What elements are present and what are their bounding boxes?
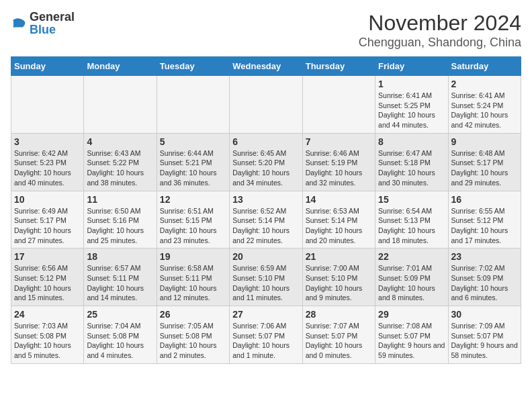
day-number: 19 (160, 251, 226, 262)
day-info: Sunrise: 6:58 AM Sunset: 5:11 PM Dayligh… (160, 263, 226, 303)
day-cell: 16Sunrise: 6:55 AM Sunset: 5:12 PM Dayli… (448, 191, 521, 248)
day-info: Sunrise: 6:42 AM Sunset: 5:23 PM Dayligh… (14, 148, 81, 188)
day-number: 5 (160, 136, 226, 147)
day-number: 30 (451, 309, 518, 320)
day-cell: 2Sunrise: 6:41 AM Sunset: 5:24 PM Daylig… (448, 76, 521, 134)
weekday-sunday: Sunday (11, 57, 84, 76)
day-info: Sunrise: 6:57 AM Sunset: 5:11 PM Dayligh… (87, 263, 153, 303)
day-cell: 11Sunrise: 6:50 AM Sunset: 5:16 PM Dayli… (84, 191, 157, 248)
weekday-saturday: Saturday (448, 57, 521, 76)
day-number: 8 (378, 136, 445, 147)
day-cell: 4Sunrise: 6:43 AM Sunset: 5:22 PM Daylig… (84, 133, 157, 191)
day-number: 18 (87, 251, 153, 262)
day-cell: 6Sunrise: 6:45 AM Sunset: 5:20 PM Daylig… (230, 133, 302, 191)
day-number: 16 (451, 194, 518, 205)
day-info: Sunrise: 6:46 AM Sunset: 5:19 PM Dayligh… (306, 148, 372, 188)
day-number: 14 (306, 194, 372, 205)
day-cell: 18Sunrise: 6:57 AM Sunset: 5:11 PM Dayli… (84, 248, 157, 306)
day-info: Sunrise: 7:07 AM Sunset: 5:07 PM Dayligh… (306, 321, 372, 361)
weekday-row: Sunday Monday Tuesday Wednesday Thursday… (11, 57, 521, 76)
day-info: Sunrise: 6:44 AM Sunset: 5:21 PM Dayligh… (160, 148, 226, 188)
day-cell: 26Sunrise: 7:05 AM Sunset: 5:08 PM Dayli… (157, 306, 229, 364)
day-info: Sunrise: 6:54 AM Sunset: 5:13 PM Dayligh… (378, 206, 445, 246)
week-row-3: 17Sunrise: 6:56 AM Sunset: 5:12 PM Dayli… (11, 248, 521, 306)
day-cell (302, 76, 375, 134)
week-row-4: 24Sunrise: 7:03 AM Sunset: 5:08 PM Dayli… (11, 306, 521, 364)
day-number: 6 (232, 136, 299, 147)
day-number: 23 (451, 251, 518, 262)
day-info: Sunrise: 6:59 AM Sunset: 5:10 PM Dayligh… (232, 263, 299, 303)
location-title: Chengguan, Shandong, China (359, 36, 521, 50)
week-row-1: 3Sunrise: 6:42 AM Sunset: 5:23 PM Daylig… (11, 133, 521, 191)
weekday-friday: Friday (375, 57, 448, 76)
week-row-2: 10Sunrise: 6:49 AM Sunset: 5:17 PM Dayli… (11, 191, 521, 248)
day-cell (11, 76, 84, 134)
day-cell: 13Sunrise: 6:52 AM Sunset: 5:14 PM Dayli… (230, 191, 302, 248)
day-number: 7 (306, 136, 372, 147)
calendar-header: Sunday Monday Tuesday Wednesday Thursday… (11, 57, 521, 76)
day-info: Sunrise: 6:52 AM Sunset: 5:14 PM Dayligh… (232, 206, 299, 246)
weekday-monday: Monday (84, 57, 157, 76)
day-info: Sunrise: 6:51 AM Sunset: 5:15 PM Dayligh… (160, 206, 226, 246)
day-cell: 5Sunrise: 6:44 AM Sunset: 5:21 PM Daylig… (157, 133, 229, 191)
day-number: 2 (451, 79, 518, 89)
day-cell: 29Sunrise: 7:08 AM Sunset: 5:07 PM Dayli… (375, 306, 448, 364)
weekday-tuesday: Tuesday (157, 57, 229, 76)
day-number: 13 (232, 194, 299, 205)
day-cell: 17Sunrise: 6:56 AM Sunset: 5:12 PM Dayli… (11, 248, 84, 306)
day-cell: 7Sunrise: 6:46 AM Sunset: 5:19 PM Daylig… (302, 133, 375, 191)
day-cell: 28Sunrise: 7:07 AM Sunset: 5:07 PM Dayli… (302, 306, 375, 364)
week-row-0: 1Sunrise: 6:41 AM Sunset: 5:25 PM Daylig… (11, 76, 521, 134)
day-cell: 23Sunrise: 7:02 AM Sunset: 5:09 PM Dayli… (448, 248, 521, 306)
day-cell: 3Sunrise: 6:42 AM Sunset: 5:23 PM Daylig… (11, 133, 84, 191)
day-number: 9 (451, 136, 518, 147)
day-cell: 9Sunrise: 6:48 AM Sunset: 5:17 PM Daylig… (448, 133, 521, 191)
day-cell (230, 76, 302, 134)
logo-blue: Blue (30, 24, 75, 36)
day-info: Sunrise: 7:01 AM Sunset: 5:09 PM Dayligh… (378, 263, 445, 303)
weekday-thursday: Thursday (302, 57, 375, 76)
logo: General Blue (11, 11, 75, 36)
day-info: Sunrise: 7:03 AM Sunset: 5:08 PM Dayligh… (14, 321, 81, 361)
day-cell: 14Sunrise: 6:53 AM Sunset: 5:14 PM Dayli… (302, 191, 375, 248)
day-info: Sunrise: 7:02 AM Sunset: 5:09 PM Dayligh… (451, 263, 518, 303)
day-info: Sunrise: 7:09 AM Sunset: 5:07 PM Dayligh… (451, 321, 518, 361)
day-info: Sunrise: 6:55 AM Sunset: 5:12 PM Dayligh… (451, 206, 518, 246)
day-number: 4 (87, 136, 153, 147)
day-cell: 22Sunrise: 7:01 AM Sunset: 5:09 PM Dayli… (375, 248, 448, 306)
day-info: Sunrise: 6:56 AM Sunset: 5:12 PM Dayligh… (14, 263, 81, 303)
day-cell: 25Sunrise: 7:04 AM Sunset: 5:08 PM Dayli… (84, 306, 157, 364)
day-cell: 24Sunrise: 7:03 AM Sunset: 5:08 PM Dayli… (11, 306, 84, 364)
day-number: 27 (232, 309, 299, 320)
day-number: 15 (378, 194, 445, 205)
header: General Blue November 2024 Chengguan, Sh… (11, 11, 521, 50)
day-info: Sunrise: 7:04 AM Sunset: 5:08 PM Dayligh… (87, 321, 153, 361)
day-number: 25 (87, 309, 153, 320)
day-number: 3 (14, 136, 81, 147)
day-number: 11 (87, 194, 153, 205)
day-cell: 12Sunrise: 6:51 AM Sunset: 5:15 PM Dayli… (157, 191, 229, 248)
day-number: 1 (378, 79, 445, 89)
logo-icon (11, 15, 27, 32)
day-info: Sunrise: 6:48 AM Sunset: 5:17 PM Dayligh… (451, 148, 518, 188)
day-cell: 21Sunrise: 7:00 AM Sunset: 5:10 PM Dayli… (302, 248, 375, 306)
day-info: Sunrise: 6:43 AM Sunset: 5:22 PM Dayligh… (87, 148, 153, 188)
calendar-body: 1Sunrise: 6:41 AM Sunset: 5:25 PM Daylig… (11, 76, 521, 364)
day-info: Sunrise: 7:06 AM Sunset: 5:07 PM Dayligh… (232, 321, 299, 361)
day-number: 29 (378, 309, 445, 320)
day-number: 10 (14, 194, 81, 205)
day-info: Sunrise: 7:08 AM Sunset: 5:07 PM Dayligh… (378, 321, 445, 361)
day-number: 24 (14, 309, 81, 320)
day-info: Sunrise: 6:45 AM Sunset: 5:20 PM Dayligh… (232, 148, 299, 188)
day-info: Sunrise: 6:47 AM Sunset: 5:18 PM Dayligh… (378, 148, 445, 188)
day-info: Sunrise: 6:53 AM Sunset: 5:14 PM Dayligh… (306, 206, 372, 246)
month-title: November 2024 (359, 11, 521, 36)
day-info: Sunrise: 6:41 AM Sunset: 5:25 PM Dayligh… (378, 91, 445, 130)
calendar-table: Sunday Monday Tuesday Wednesday Thursday… (11, 56, 521, 364)
weekday-wednesday: Wednesday (230, 57, 302, 76)
day-info: Sunrise: 7:05 AM Sunset: 5:08 PM Dayligh… (160, 321, 226, 361)
day-number: 12 (160, 194, 226, 205)
day-info: Sunrise: 7:00 AM Sunset: 5:10 PM Dayligh… (306, 263, 372, 303)
day-cell: 30Sunrise: 7:09 AM Sunset: 5:07 PM Dayli… (448, 306, 521, 364)
day-cell: 27Sunrise: 7:06 AM Sunset: 5:07 PM Dayli… (230, 306, 302, 364)
